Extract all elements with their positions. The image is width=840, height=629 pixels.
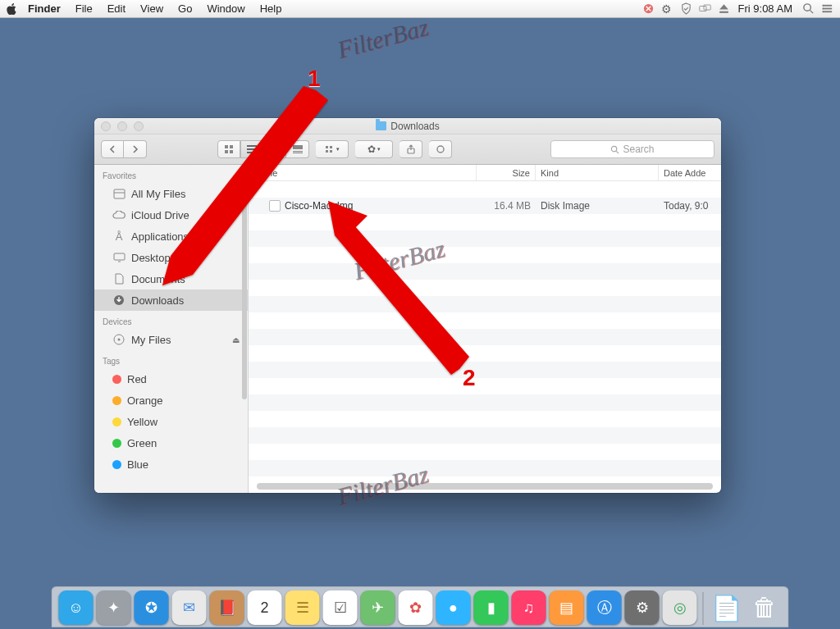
menu-window[interactable]: Window [207, 2, 244, 15]
sidebar-tag-orange[interactable]: Orange [94, 390, 248, 411]
toolbar: ▾ ✿▾ Search [94, 134, 721, 165]
coverflow-view-button[interactable] [286, 140, 309, 158]
sidebar-tag-blue[interactable]: Blue [94, 454, 248, 475]
sidebar-item-desktop[interactable]: Desktop [94, 247, 248, 268]
forward-button[interactable] [124, 140, 147, 158]
sidebar-scrollbar[interactable] [242, 170, 247, 399]
sidebar-item-my-files[interactable]: My Files ⏏ [94, 329, 248, 350]
svg-rect-16 [247, 145, 257, 147]
col-kind[interactable]: Kind [536, 165, 659, 180]
back-button[interactable] [101, 140, 124, 158]
share-button-group [399, 140, 422, 158]
svg-point-9 [822, 5, 824, 7]
sidebar-tag-yellow[interactable]: Yellow [94, 411, 248, 432]
dock-app-contacts[interactable]: 📕 [210, 590, 244, 625]
downloads-icon [112, 294, 126, 306]
sidebar-item-label: Applications [131, 230, 189, 243]
menu-edit[interactable]: Edit [107, 2, 126, 15]
sidebar-tag-red[interactable]: Red [94, 368, 248, 390]
col-size[interactable]: Size [477, 165, 536, 180]
dock-app-messages[interactable]: ● [436, 590, 471, 625]
file-row[interactable]: Cisco-Mac.dmg 16.4 MB Disk Image Today, … [249, 198, 721, 214]
file-date: Today, 9:0 [659, 198, 721, 214]
dock-app-preferences[interactable]: ⚙ [625, 590, 660, 625]
svg-rect-26 [330, 146, 332, 148]
dock-app-appstore[interactable]: Ⓐ [587, 590, 622, 625]
menubar-clock[interactable]: Fri 9:08 AM [738, 2, 792, 15]
dock-app-facetime[interactable]: ▮ [474, 590, 509, 625]
menu-file[interactable]: File [75, 2, 93, 15]
sidebar-item-label: Green [127, 437, 157, 449]
dock-app-itunes[interactable]: ♫ [512, 590, 546, 625]
folder-icon [376, 121, 386, 130]
app-menu[interactable]: Finder [28, 2, 61, 15]
sidebar-item-downloads[interactable]: Downloads [94, 289, 248, 311]
dock-app-maps[interactable]: ✈ [361, 590, 395, 625]
dock-app-mail[interactable]: ✉ [172, 590, 207, 625]
col-name[interactable]: Name [249, 165, 477, 180]
file-list: Name Size Kind Date Adde Cisco-Mac.dmg 1… [249, 165, 721, 493]
sidebar-tag-green[interactable]: Green [94, 432, 248, 454]
sidebar: Favorites All My Files iCloud Drive Å Ap… [94, 165, 249, 493]
sidebar-item-documents[interactable]: Documents [94, 268, 248, 289]
devices-header: Devices [94, 311, 248, 329]
sidebar-item-all-my-files[interactable]: All My Files [94, 183, 248, 204]
horizontal-scrollbar[interactable] [257, 483, 713, 490]
svg-rect-15 [230, 150, 233, 153]
sidebar-item-applications[interactable]: Å Applications [94, 226, 248, 247]
dock-app-notes[interactable]: ☰ [285, 590, 320, 625]
dock-app-cisco[interactable]: ◎ [663, 590, 697, 625]
tag-dot [112, 396, 121, 405]
menu-go[interactable]: Go [178, 2, 192, 15]
disc-icon [112, 334, 126, 345]
tag-dot [112, 439, 121, 448]
share-button[interactable] [399, 140, 422, 158]
shield-icon[interactable] [680, 2, 692, 15]
svg-rect-12 [225, 145, 228, 148]
dock-trash[interactable]: 🗑 [747, 590, 782, 625]
dock-app-photos[interactable]: ✿ [399, 590, 433, 625]
gear-icon[interactable]: ⚙ [661, 2, 673, 15]
notification-center-icon[interactable] [821, 2, 833, 15]
dock-document[interactable]: 📄 [710, 590, 744, 625]
titlebar[interactable]: Downloads [94, 118, 721, 134]
dock-app-launchpad[interactable]: ✦ [97, 590, 131, 625]
column-view-button[interactable] [263, 140, 286, 158]
eject-icon[interactable] [718, 2, 730, 15]
tag-dot [112, 460, 121, 469]
traffic-lights[interactable] [101, 121, 144, 131]
icon-view-button[interactable] [217, 140, 240, 158]
col-date[interactable]: Date Adde [659, 165, 721, 180]
action-button[interactable]: ✿▾ [355, 140, 393, 158]
search-input[interactable]: Search [550, 140, 714, 158]
displays-icon[interactable] [699, 2, 711, 15]
sidebar-item-label: My Files [131, 334, 171, 346]
eject-button[interactable]: ⏏ [232, 335, 240, 344]
all-my-files-icon [112, 188, 126, 199]
menu-help[interactable]: Help [260, 2, 282, 15]
list-view-button[interactable] [240, 140, 263, 158]
arrange-button[interactable]: ▾ [316, 140, 349, 158]
dock-app-ibooks[interactable]: ▤ [550, 590, 584, 625]
sidebar-item-icloud[interactable]: iCloud Drive [94, 204, 248, 226]
dock-app-reminders[interactable]: ☑ [323, 590, 358, 625]
tags-button-group [429, 140, 452, 158]
svg-point-31 [612, 146, 617, 151]
annotation-number-1: 1 [308, 66, 321, 92]
dock-app-finder[interactable]: ☺ [59, 590, 94, 625]
documents-icon [112, 273, 126, 285]
svg-rect-21 [277, 145, 280, 153]
svg-rect-20 [274, 145, 276, 153]
file-rows: Cisco-Mac.dmg 16.4 MB Disk Image Today, … [249, 181, 721, 493]
dock-app-safari[interactable]: ✪ [135, 590, 169, 625]
apple-logo-icon[interactable] [7, 3, 18, 15]
column-headers: Name Size Kind Date Adde [249, 165, 721, 181]
svg-line-5 [810, 10, 813, 13]
tags-button[interactable] [429, 140, 452, 158]
menu-view[interactable]: View [140, 2, 163, 15]
svg-rect-35 [114, 253, 125, 260]
spotlight-icon[interactable] [802, 2, 815, 15]
error-status-icon[interactable] [642, 2, 655, 15]
svg-rect-27 [326, 150, 328, 153]
dock-app-calendar[interactable]: 2 [248, 590, 282, 625]
